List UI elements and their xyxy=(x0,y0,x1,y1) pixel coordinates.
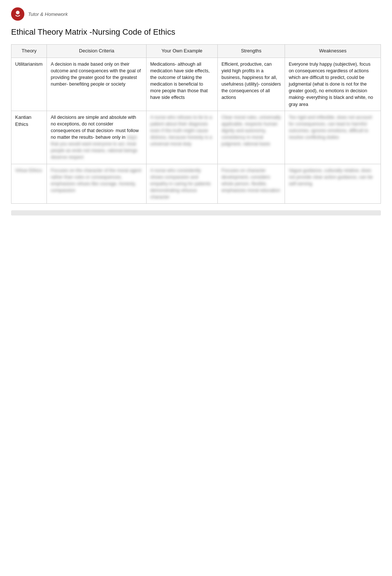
page-title: Ethical Theory Matrix -Nursing Code of E… xyxy=(11,27,381,37)
col-header-weaknesses: Weaknesses xyxy=(285,45,381,58)
col-header-strengths: Strengths xyxy=(217,45,285,58)
footer-bar xyxy=(11,210,381,215)
weaknesses-kantian: Too rigid and inflexible, does not accou… xyxy=(285,111,381,164)
table-header-row: Theory Decision Criteria Your Own Exampl… xyxy=(11,45,381,58)
example-virtue: A nurse who consistently shows compassio… xyxy=(146,164,217,204)
example-utilitarianism: Medications- although all medication hav… xyxy=(146,58,217,111)
ethics-matrix-table: Theory Decision Criteria Your Own Exampl… xyxy=(11,44,381,204)
theory-utilitarianism: Utilitarianism xyxy=(11,58,47,111)
kantian-dc-visible: All decisions are simple and absolute wi… xyxy=(51,115,138,140)
logo-text: Tutor & Homework xyxy=(28,11,68,17)
strengths-virtue: Focuses on character development, consid… xyxy=(217,164,285,204)
table-row-kantian: Kantian Ethics All decisions are simple … xyxy=(11,111,381,164)
table-row-virtue: Virtue Ethics Focuses on the character o… xyxy=(11,164,381,204)
example-kantian: A nurse who refuses to lie to a patient … xyxy=(146,111,217,164)
weaknesses-virtue: Vague guidance, culturally relative, doe… xyxy=(285,164,381,204)
col-header-decision: Decision Criteria xyxy=(47,45,147,58)
decision-criteria-kantian: All decisions are simple and absolute wi… xyxy=(47,111,147,164)
weaknesses-utilitarianism: Everyone truly happy (subjective), focus… xyxy=(285,58,381,111)
col-header-example: Your Own Example xyxy=(146,45,217,58)
decision-criteria-utilitarianism: A decision is made based only on their o… xyxy=(47,58,147,111)
col-header-theory: Theory xyxy=(11,45,47,58)
strengths-kantian: Clear moral rules, universally applicabl… xyxy=(217,111,285,164)
strengths-utilitarianism: Efficient, productive, can yield high pr… xyxy=(217,58,285,111)
table-row-utilitarianism: Utilitarianism A decision is made based … xyxy=(11,58,381,111)
svg-point-0 xyxy=(16,11,20,14)
theory-kantian: Kantian Ethics xyxy=(11,111,47,164)
header-logo: Tutor & Homework xyxy=(11,7,381,21)
decision-criteria-virtue: Focuses on the character of the moral ag… xyxy=(47,164,147,204)
logo-icon xyxy=(11,7,24,21)
theory-virtue: Virtue Ethics xyxy=(11,164,47,204)
